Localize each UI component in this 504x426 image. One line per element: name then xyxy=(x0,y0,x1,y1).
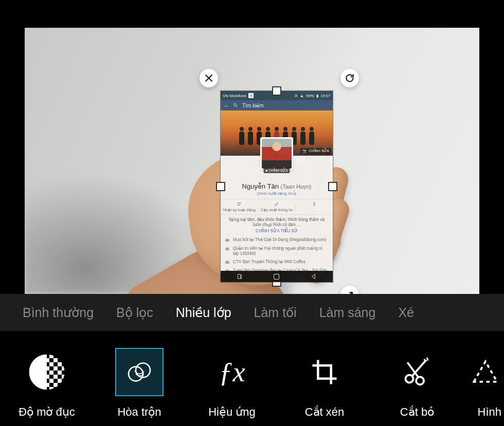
update-info-label: Cập nhật thông tin xyxy=(261,208,293,212)
overlay-layer[interactable]: VN Mobifone f ⚞ ▲ 99% ▮ 19:07 ← Tìm kiếm xyxy=(220,90,333,283)
battery-icon: ▮ xyxy=(316,94,318,98)
editor-canvas[interactable]: VN Mobifone f ⚞ ▲ 99% ▮ 19:07 ← Tìm kiếm xyxy=(25,28,479,294)
tool-shape[interactable]: Hình d xyxy=(466,348,504,419)
resize-handle-left[interactable] xyxy=(216,182,225,191)
tool-opacity-label: Độ mờ đục xyxy=(19,405,75,419)
video-icon: ■ xyxy=(265,169,267,172)
fb-search-bar: ← Tìm kiếm xyxy=(221,100,333,110)
back-icon xyxy=(310,273,317,280)
wifi-icon: ⚞ xyxy=(294,94,298,98)
resize-handle-right[interactable] xyxy=(328,182,337,191)
avatar-area: ■ CHỈNH SỬA xyxy=(221,156,333,180)
activity-log-label: Nhật ký hoạt động xyxy=(223,208,256,212)
tool-crop-label: Cắt xén xyxy=(305,405,345,419)
tool-blend[interactable]: Hòa trộn xyxy=(96,348,183,419)
tool-cut-label: Cắt bỏ xyxy=(400,405,434,419)
crop-icon xyxy=(310,357,339,387)
signal-icon: ▲ xyxy=(300,94,304,98)
opacity-icon xyxy=(29,354,65,390)
mode-lighten[interactable]: Làm sáng xyxy=(319,305,376,320)
pencil-icon xyxy=(274,201,279,207)
tool-crop[interactable]: Cắt xén xyxy=(281,348,368,419)
layer-delete-button[interactable] xyxy=(200,69,218,87)
profile-action-row: Nhật ký hoạt động Cập nhật thông tin xyxy=(221,199,333,215)
recent-apps-icon xyxy=(236,273,243,280)
briefcase-icon xyxy=(225,246,230,251)
tool-shape-label: Hình d xyxy=(478,405,504,419)
briefcase-icon xyxy=(225,237,230,243)
svg-point-1 xyxy=(314,202,314,203)
briefcase-icon xyxy=(225,260,230,265)
tool-opacity[interactable]: Độ mờ đục xyxy=(3,348,91,419)
android-navbar xyxy=(221,271,333,282)
facebook-icon: f xyxy=(248,93,254,98)
blend-mode-strip[interactable]: Bình thường Bộ lọc Nhiều lớp Làm tối Làm… xyxy=(0,294,504,331)
fx-icon: ƒx xyxy=(219,356,245,388)
blend-icon xyxy=(125,358,154,386)
svg-point-6 xyxy=(406,375,413,383)
layer-scale-button[interactable] xyxy=(340,286,359,294)
clock: 19:07 xyxy=(320,94,331,98)
tool-blend-label: Hòa trộn xyxy=(117,405,161,419)
profile-name-row: Nguyễn Tân (Taan Huyn) xyxy=(221,182,333,190)
bio-edit-link: CHỈNH SỬA TIỂU SỬ xyxy=(221,228,333,233)
profile-name: Nguyễn Tân xyxy=(242,182,279,190)
tool-cut[interactable]: Cắt bỏ xyxy=(373,348,461,419)
profile-subtitle: (Xem dưới dạng chủ) xyxy=(221,191,333,196)
search-icon xyxy=(233,103,238,108)
avatar xyxy=(260,137,293,170)
shape-icon xyxy=(470,357,501,387)
mode-filter[interactable]: Bộ lọc xyxy=(116,305,153,320)
tool-strip[interactable]: Độ mờ đục Hòa trộn ƒx Hiệu ứng xyxy=(0,331,504,426)
cover-edit-badge: 📷 CHỈNH SỬA xyxy=(300,148,331,154)
camera-icon: 📷 xyxy=(302,149,307,153)
svg-point-3 xyxy=(314,205,314,206)
home-icon xyxy=(274,274,279,280)
layer-rotate-button[interactable] xyxy=(340,69,359,87)
battery-pct: 99% xyxy=(306,94,314,98)
bio-text: Sống nội tâm, đều khóc thầm, thích hóng … xyxy=(221,215,333,228)
mode-normal[interactable]: Bình thường xyxy=(23,305,94,320)
more-icon xyxy=(312,201,317,207)
carrier-label: VN Mobifone xyxy=(223,94,246,98)
tool-fx[interactable]: ƒx Hiệu ứng xyxy=(188,348,276,419)
mode-darken[interactable]: Làm tối xyxy=(254,305,297,320)
avatar-edit-badge: ■ CHỈNH SỬA xyxy=(263,168,290,173)
svg-point-0 xyxy=(234,104,237,106)
mode-multiply[interactable]: Nhiều lớp xyxy=(176,305,231,320)
search-placeholder: Tìm kiếm xyxy=(242,103,264,108)
scissors-icon xyxy=(402,357,433,387)
svg-point-2 xyxy=(314,203,314,204)
tool-fx-label: Hiệu ứng xyxy=(208,405,256,419)
back-arrow-icon: ← xyxy=(224,103,229,108)
svg-point-7 xyxy=(416,377,424,384)
list-icon xyxy=(237,201,242,207)
profile-alt-name: (Taan Huyn) xyxy=(281,183,312,190)
resize-handle-top[interactable] xyxy=(272,86,281,96)
mode-partial[interactable]: Xé xyxy=(398,305,414,320)
